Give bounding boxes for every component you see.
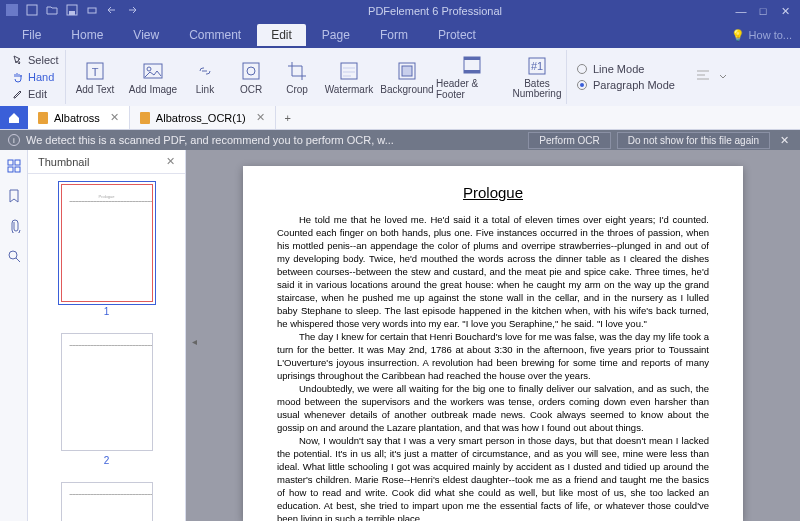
add-image-button[interactable]: Add Image bbox=[124, 50, 182, 104]
attachments-panel-icon[interactable] bbox=[6, 218, 22, 234]
qa-redo-icon[interactable] bbox=[126, 5, 138, 17]
howto-link[interactable]: 💡How to... bbox=[731, 29, 792, 42]
svg-rect-3 bbox=[69, 11, 75, 15]
svg-rect-15 bbox=[464, 57, 480, 60]
svg-text:T: T bbox=[92, 66, 99, 78]
document-view[interactable]: ◂ Prologue He told me that he loved me. … bbox=[186, 150, 800, 521]
svg-rect-20 bbox=[15, 160, 20, 165]
svg-rect-4 bbox=[88, 8, 96, 13]
svg-rect-13 bbox=[402, 66, 412, 76]
svg-text:#1: #1 bbox=[531, 60, 543, 72]
document-tab-1[interactable]: Albatross✕ bbox=[28, 106, 130, 129]
minimize-button[interactable]: — bbox=[732, 4, 750, 18]
svg-rect-22 bbox=[15, 167, 20, 172]
svg-point-23 bbox=[9, 251, 17, 259]
menu-edit[interactable]: Edit bbox=[257, 24, 306, 46]
page-content: Prologue He told me that he loved me. He… bbox=[243, 166, 743, 521]
collapse-ribbon-icon[interactable] bbox=[717, 70, 729, 84]
svg-point-8 bbox=[147, 67, 151, 71]
pdf-icon bbox=[38, 112, 48, 124]
ocr-button[interactable]: OCR bbox=[228, 50, 274, 104]
left-sidebar bbox=[0, 150, 28, 521]
close-button[interactable]: ✕ bbox=[776, 4, 794, 18]
document-tab-2[interactable]: Albatross_OCR(1)✕ bbox=[130, 106, 276, 129]
menu-page[interactable]: Page bbox=[308, 24, 364, 46]
crop-button[interactable]: Crop bbox=[274, 50, 320, 104]
paragraph: Now, I wouldn't say that I was a very sm… bbox=[277, 434, 709, 521]
paragraph: Undoubtedly, we were all waiting for the… bbox=[277, 382, 709, 434]
svg-rect-21 bbox=[8, 167, 13, 172]
document-tabbar: Albatross✕ Albatross_OCR(1)✕ + bbox=[0, 106, 800, 130]
close-tab-icon[interactable]: ✕ bbox=[256, 111, 265, 124]
line-mode-radio[interactable]: Line Mode bbox=[577, 63, 675, 75]
close-notification-icon[interactable]: ✕ bbox=[776, 134, 792, 147]
app-title: PDFelement 6 Professional bbox=[138, 5, 732, 17]
link-button[interactable]: Link bbox=[182, 50, 228, 104]
add-text-button[interactable]: TAdd Text bbox=[66, 50, 124, 104]
background-button[interactable]: Background bbox=[378, 50, 436, 104]
ocr-notification: i We detect this is a scanned PDF, and r… bbox=[0, 130, 800, 150]
menubar: File Home View Comment Edit Page Form Pr… bbox=[0, 22, 800, 48]
menu-protect[interactable]: Protect bbox=[424, 24, 490, 46]
dismiss-notification-button[interactable]: Do not show for this file again bbox=[617, 132, 770, 149]
qa-undo-icon[interactable] bbox=[106, 5, 118, 17]
ribbon: Select Hand Edit TAdd Text Add Image Lin… bbox=[0, 48, 800, 106]
qa-new-icon[interactable] bbox=[26, 4, 38, 18]
thumbnail-page-1[interactable]: Prologue▬▬▬▬▬▬▬▬▬▬▬▬▬▬▬▬▬▬▬▬▬▬▬▬▬▬▬▬▬▬▬▬… bbox=[28, 184, 185, 317]
close-thumbnail-panel-icon[interactable]: ✕ bbox=[166, 155, 175, 168]
bates-button[interactable]: #1Bates Numbering bbox=[508, 50, 566, 104]
menu-form[interactable]: Form bbox=[366, 24, 422, 46]
pdf-icon bbox=[140, 112, 150, 124]
edit-tool[interactable]: Edit bbox=[12, 85, 59, 102]
svg-point-10 bbox=[247, 67, 255, 75]
svg-rect-16 bbox=[464, 70, 480, 73]
app-icon bbox=[6, 4, 18, 18]
lightbulb-icon: 💡 bbox=[731, 29, 745, 42]
info-icon: i bbox=[8, 134, 20, 146]
paragraph: He told me that he loved me. He'd said i… bbox=[277, 213, 709, 330]
page-heading: Prologue bbox=[277, 184, 709, 201]
svg-rect-9 bbox=[243, 63, 259, 79]
menu-file[interactable]: File bbox=[8, 24, 55, 46]
svg-rect-19 bbox=[8, 160, 13, 165]
align-options-icon[interactable] bbox=[695, 68, 711, 86]
home-tab[interactable] bbox=[0, 106, 28, 129]
maximize-button[interactable]: □ bbox=[754, 4, 772, 18]
paragraph: The day I knew for certain that Henri Bo… bbox=[277, 330, 709, 382]
thumbnail-page-2[interactable]: ▬▬▬▬▬▬▬▬▬▬▬▬▬▬▬▬▬▬▬▬▬▬▬▬▬▬▬▬▬▬▬▬▬▬▬▬▬▬▬▬… bbox=[28, 333, 185, 466]
thumbnail-page-3[interactable]: ▬▬▬▬▬▬▬▬▬▬▬▬▬▬▬▬▬▬▬▬▬▬▬▬▬▬▬▬▬▬▬▬▬▬▬▬▬▬▬▬… bbox=[28, 482, 185, 521]
svg-rect-1 bbox=[27, 5, 37, 15]
paragraph-mode-radio[interactable]: Paragraph Mode bbox=[577, 79, 675, 91]
search-panel-icon[interactable] bbox=[6, 248, 22, 264]
qa-print-icon[interactable] bbox=[86, 4, 98, 18]
menu-view[interactable]: View bbox=[119, 24, 173, 46]
menu-home[interactable]: Home bbox=[57, 24, 117, 46]
svg-rect-11 bbox=[341, 63, 357, 79]
thumbnail-header: Thumbnail bbox=[38, 156, 89, 168]
qa-open-icon[interactable] bbox=[46, 5, 58, 17]
menu-comment[interactable]: Comment bbox=[175, 24, 255, 46]
watermark-button[interactable]: Watermark bbox=[320, 50, 378, 104]
thumbnail-panel: Thumbnail✕ Prologue▬▬▬▬▬▬▬▬▬▬▬▬▬▬▬▬▬▬▬▬▬… bbox=[28, 150, 186, 521]
header-footer-button[interactable]: Header & Footer bbox=[436, 50, 508, 104]
perform-ocr-button[interactable]: Perform OCR bbox=[528, 132, 611, 149]
close-tab-icon[interactable]: ✕ bbox=[110, 111, 119, 124]
bookmarks-panel-icon[interactable] bbox=[6, 188, 22, 204]
notification-text: We detect this is a scanned PDF, and rec… bbox=[26, 134, 522, 146]
thumbnails-panel-icon[interactable] bbox=[6, 158, 22, 174]
qa-save-icon[interactable] bbox=[66, 4, 78, 18]
add-tab-button[interactable]: + bbox=[276, 106, 300, 129]
select-tool[interactable]: Select bbox=[12, 52, 59, 69]
scroll-left-icon[interactable]: ◂ bbox=[188, 336, 200, 348]
svg-rect-0 bbox=[6, 4, 18, 16]
hand-tool[interactable]: Hand bbox=[12, 69, 59, 86]
titlebar: PDFelement 6 Professional — □ ✕ bbox=[0, 0, 800, 22]
